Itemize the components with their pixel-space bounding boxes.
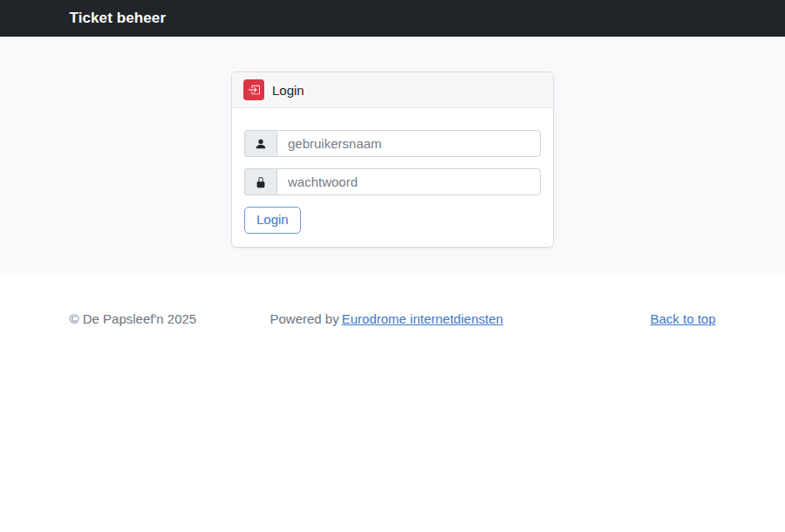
eurodrome-link[interactable]: Eurodrome internetdiensten (342, 311, 503, 326)
main-section: Login Login (0, 37, 785, 273)
login-card-title: Login (272, 83, 304, 98)
person-icon (244, 130, 276, 157)
sign-in-icon (243, 79, 264, 100)
login-card-header: Login (232, 72, 553, 108)
lock-icon (244, 168, 276, 195)
password-input[interactable] (276, 168, 541, 195)
login-button[interactable]: Login (244, 207, 301, 234)
powered-by-label: Powered by (270, 311, 339, 326)
login-card-body: Login (232, 108, 553, 247)
footer: © De Papsleef'n 2025 Powered byEurodrome… (0, 273, 785, 326)
login-card: Login Login (231, 72, 554, 248)
back-to-top-link[interactable]: Back to top (650, 311, 715, 326)
username-input-group (244, 130, 541, 157)
username-input[interactable] (276, 130, 541, 157)
app-title: Ticket beheer (70, 10, 167, 26)
powered-by: Powered byEurodrome internetdiensten (270, 311, 651, 326)
password-input-group (244, 168, 541, 195)
copyright-text: © De Papsleef'n 2025 (70, 311, 270, 326)
navbar: Ticket beheer (0, 0, 785, 37)
